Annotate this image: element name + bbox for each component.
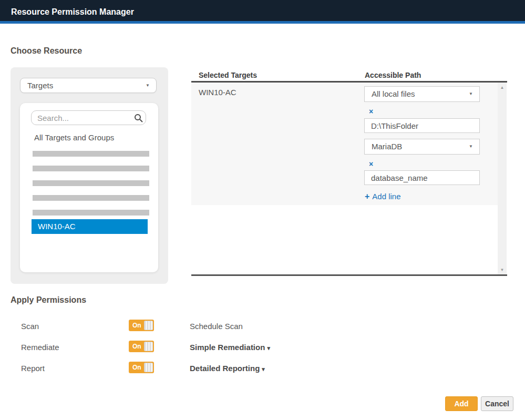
table-scrollbar[interactable]: ▲ ▼ bbox=[498, 83, 507, 275]
add-line-link[interactable]: +Add line bbox=[365, 192, 401, 201]
scroll-down-icon[interactable]: ▼ bbox=[498, 268, 507, 272]
path-value-input-2[interactable] bbox=[364, 170, 480, 185]
chevron-down-icon: ▾ bbox=[262, 366, 265, 372]
detailed-reporting-dropdown[interactable]: Detailed Reporting▾ bbox=[190, 364, 265, 373]
chevron-down-icon: ▾ bbox=[267, 345, 270, 351]
target-list-heading: All Targets and Groups bbox=[34, 133, 114, 142]
path-value-input-1[interactable] bbox=[364, 118, 480, 133]
search-input[interactable] bbox=[31, 110, 146, 125]
search-icon[interactable] bbox=[134, 114, 143, 122]
toggle-grip-icon bbox=[144, 363, 153, 372]
path-type-select-2[interactable]: MariaDB ▼ bbox=[364, 139, 480, 155]
scan-toggle[interactable]: On bbox=[129, 320, 154, 331]
add-button[interactable]: Add bbox=[445, 396, 478, 411]
resource-type-value: Targets bbox=[27, 81, 53, 90]
window-title: Resource Permission Manager bbox=[11, 0, 134, 24]
column-header-accessible-path: Accessible Path bbox=[365, 71, 421, 79]
remove-path-icon[interactable]: × bbox=[369, 108, 376, 115]
detailed-reporting-label: Detailed Reporting bbox=[190, 364, 260, 373]
remove-path-icon[interactable]: × bbox=[369, 160, 376, 168]
title-bar: Resource Permission Manager bbox=[0, 0, 525, 24]
report-toggle[interactable]: On bbox=[129, 362, 154, 373]
resource-type-select[interactable]: Targets ▼ bbox=[20, 78, 157, 93]
simple-remediation-label: Simple Remediation bbox=[190, 343, 265, 352]
target-list-panel: All Targets and Groups WIN10-AC bbox=[20, 103, 158, 272]
chevron-down-icon: ▼ bbox=[469, 139, 473, 153]
target-list-item-placeholder[interactable] bbox=[33, 195, 149, 201]
target-list-item-placeholder[interactable] bbox=[33, 210, 149, 216]
apply-permissions-heading: Apply Permissions bbox=[11, 295, 86, 305]
chevron-down-icon: ▼ bbox=[146, 78, 150, 93]
permission-label-scan: Scan bbox=[21, 322, 39, 331]
plus-icon: + bbox=[365, 192, 369, 201]
resource-permission-manager-dialog: Resource Permission Manager Choose Resou… bbox=[0, 0, 525, 420]
target-list-item-placeholder[interactable] bbox=[33, 151, 149, 157]
permission-label-report: Report bbox=[21, 364, 45, 373]
choose-resource-heading: Choose Resource bbox=[11, 46, 82, 56]
target-list-item-selected[interactable]: WIN10-AC bbox=[32, 219, 148, 234]
simple-remediation-dropdown[interactable]: Simple Remediation▾ bbox=[190, 343, 270, 352]
cancel-button[interactable]: Cancel bbox=[481, 396, 513, 411]
row-target-label: WIN10-AC bbox=[199, 88, 236, 97]
schedule-scan-label: Schedule Scan bbox=[190, 322, 243, 331]
toggle-state-label: On bbox=[132, 320, 141, 331]
toggle-grip-icon bbox=[144, 342, 153, 351]
target-list-item-placeholder[interactable] bbox=[33, 166, 149, 171]
path-type-value-1: All local files bbox=[372, 89, 415, 98]
toggle-state-label: On bbox=[132, 362, 141, 373]
path-type-select-1[interactable]: All local files ▼ bbox=[364, 86, 480, 102]
add-line-label: Add line bbox=[372, 192, 400, 201]
path-type-value-2: MariaDB bbox=[372, 142, 402, 151]
toggle-state-label: On bbox=[132, 341, 141, 352]
table-bottom-rule bbox=[191, 274, 507, 276]
target-list-item-placeholder[interactable] bbox=[33, 180, 149, 186]
remediate-toggle[interactable]: On bbox=[129, 341, 154, 352]
column-header-selected-targets: Selected Targets bbox=[199, 71, 257, 79]
scroll-up-icon[interactable]: ▲ bbox=[498, 85, 507, 90]
permission-label-remediate: Remediate bbox=[21, 343, 59, 352]
toggle-grip-icon bbox=[144, 321, 153, 330]
chevron-down-icon: ▼ bbox=[469, 87, 473, 101]
